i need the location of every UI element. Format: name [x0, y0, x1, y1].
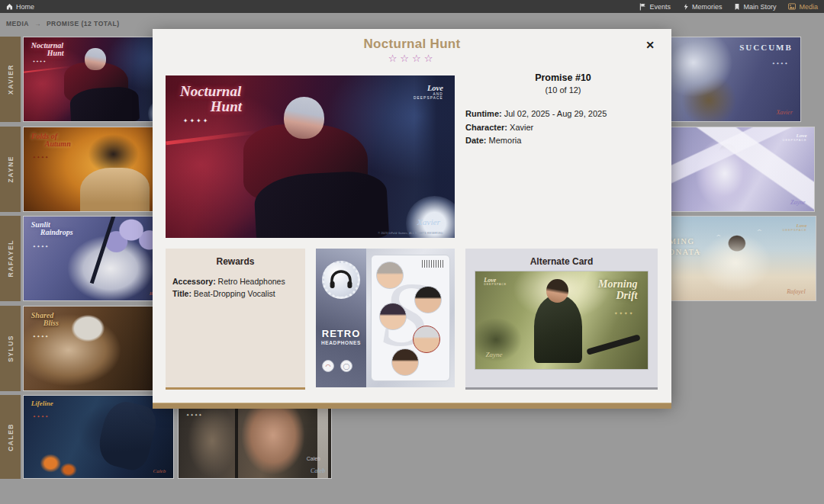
- card-signature: Xavier: [417, 217, 440, 226]
- modal-title: Nocturnal Hunt: [153, 37, 671, 52]
- nav-main-story[interactable]: Main Story: [734, 3, 776, 11]
- portrait-caleb: [391, 348, 419, 376]
- figure-body: [80, 168, 149, 211]
- card-thumb-sonata[interactable]: ︿ ︿ ︿ HOMECOMING SONATA LoveDEEPSPACE Ra…: [670, 216, 816, 301]
- card-title: Folds ofAutumn: [31, 133, 71, 149]
- row-label-caleb: CALEB: [0, 395, 21, 479]
- card-thumb-folds-of-autumn[interactable]: Folds ofAutumn ✦✦✦✦: [23, 127, 174, 212]
- modal-rating-stars[interactable]: ☆☆☆☆: [153, 53, 671, 64]
- card-signature: Caleb: [311, 467, 325, 474]
- alternate-card-image[interactable]: MorningDrift ✦✦✦✦ LoveDEEPSPACE Zayne: [475, 271, 649, 370]
- card-title: SharedBliss: [31, 312, 59, 328]
- nav-events[interactable]: Events: [639, 3, 671, 11]
- reward-accessory: AccessoryRetro Headphones: [172, 276, 298, 288]
- portrait-zayne: [414, 286, 442, 313]
- breadcrumb-arrow-icon: →: [34, 20, 41, 27]
- mini-badge-red-headphones: ◠: [322, 360, 334, 372]
- card-stars: ✦✦✦✦: [33, 334, 50, 339]
- flag-icon: [639, 3, 646, 11]
- alternate-card-heading: Alternate Card: [465, 249, 658, 267]
- card-detail-modal: Nocturnal Hunt ☆☆☆☆ ✕ NocturnalHunt ✦✦✦✦…: [153, 29, 671, 403]
- portrait-rafayel: [379, 303, 407, 330]
- card-thumb-caleb-1[interactable]: Lifeline ✦✦✦✦ Caleb: [23, 395, 174, 479]
- card-art-nocturnal-hunt: NocturnalHunt ✦✦✦✦: [24, 37, 173, 121]
- detail-runtime: RuntimeJul 02, 2025 - Aug 29, 2025: [465, 108, 661, 121]
- top-nav-bar: Home Events Memories Main Story Media: [0, 0, 824, 13]
- promo-panel: S: [371, 255, 450, 381]
- rewards-list: AccessoryRetro Headphones TitleBeat-Drop…: [166, 267, 305, 300]
- card-stars: ✦✦✦✦: [33, 155, 50, 159]
- bicycle-handlebar-decor: [586, 334, 641, 355]
- card-caption: Caleb: [307, 456, 320, 461]
- card-signature: Xavier: [776, 109, 792, 116]
- card-art-folds-of-autumn: Folds ofAutumn ✦✦✦✦: [24, 127, 173, 211]
- rewards-panel: Rewards AccessoryRetro Headphones TitleB…: [166, 249, 305, 390]
- modal-card-image: NocturnalHunt ✦✦✦✦ Love AND DEEPSPACE Xa…: [166, 75, 455, 238]
- card-stars: ✦✦✦✦: [33, 59, 47, 63]
- brand-logo: LoveDEEPSPACE: [783, 223, 807, 233]
- promise-count: (10 of 12): [465, 85, 661, 95]
- row-label-zayne: ZAYNE: [0, 127, 21, 212]
- barcode-decor: [422, 260, 445, 268]
- breadcrumb-current: PROMISE (12 TOTAL): [47, 20, 120, 27]
- alternate-card-panel: Alternate Card MorningDrift ✦✦✦✦ LoveDEE…: [465, 249, 658, 390]
- nav-media[interactable]: Media: [788, 3, 818, 11]
- nav-main-story-label: Main Story: [743, 3, 776, 11]
- bird-decor: ︿: [758, 226, 762, 233]
- card-title: SUCCUMB: [739, 43, 792, 53]
- headphones-badge: [322, 261, 360, 299]
- headphones-icon: [328, 269, 354, 291]
- detail-character: CharacterXavier: [465, 121, 661, 135]
- bookmark-icon: [734, 3, 740, 11]
- row-label-sylus: SYLUS: [0, 306, 21, 391]
- brand-logo: Love AND DEEPSPACE: [414, 84, 443, 101]
- home-label: Home: [16, 3, 34, 11]
- figure-head: [546, 279, 568, 303]
- nav-memories[interactable]: Memories: [683, 3, 723, 11]
- card-signature: Rafayel: [787, 288, 805, 295]
- promo-text-headphones: HEADPHONES: [316, 340, 366, 345]
- breadcrumb-root[interactable]: MEDIA: [6, 20, 29, 27]
- image-icon: [788, 3, 796, 10]
- card-signature: Zayne: [486, 351, 503, 358]
- card-stars: ✦✦✦✦: [183, 117, 210, 124]
- card-title: SunlitRaindrops: [31, 221, 73, 237]
- breadcrumb: MEDIA → PROMISE (12 TOTAL): [6, 20, 119, 27]
- card-thumb-zayne-right[interactable]: LoveDEEPSPACE Zayne: [670, 127, 815, 212]
- card-copyright: © 2023 InFold Games, ALL RIGHTS RESERVED: [378, 232, 443, 235]
- card-thumb-nocturnal-hunt[interactable]: NocturnalHunt ✦✦✦✦: [23, 37, 174, 122]
- close-icon[interactable]: ✕: [642, 38, 658, 52]
- portrait-sylus: [413, 326, 440, 353]
- card-art-sonata: ︿ ︿ ︿ HOMECOMING SONATA LoveDEEPSPACE Ra…: [670, 217, 816, 300]
- brand-logo: LoveDEEPSPACE: [783, 133, 807, 143]
- card-thumb-sunlit-raindrops[interactable]: SunlitRaindrops ✦✦✦✦ Rafayel: [23, 216, 174, 301]
- brand-logo: LoveDEEPSPACE: [484, 278, 507, 287]
- card-stars: ✦✦✦✦: [772, 61, 789, 66]
- detail-date: DateMemoria: [465, 134, 661, 148]
- bolt-icon: [683, 3, 689, 11]
- card-stars: ✦✦✦✦: [33, 244, 50, 249]
- card-thumb-succumb[interactable]: SUCCUMB ✦✦✦✦ Xavier: [670, 37, 801, 122]
- card-art-sunlit-raindrops: SunlitRaindrops ✦✦✦✦ Rafayel: [24, 217, 173, 300]
- figure-head: [85, 48, 105, 70]
- card-title: NocturnalHunt: [180, 84, 242, 114]
- card-art-shared-bliss: SharedBliss ✦✦✦✦: [24, 307, 173, 390]
- figure-body: [94, 397, 159, 474]
- home-link[interactable]: Home: [6, 3, 34, 11]
- card-stars: ✦✦✦✦: [614, 310, 634, 316]
- nav-events-label: Events: [649, 3, 671, 11]
- modal-bottom-accent-bar: [153, 403, 671, 409]
- row-label-xavier: XAVIER: [0, 37, 21, 122]
- nav-media-label: Media: [799, 3, 818, 11]
- card-art-succumb: SUCCUMB ✦✦✦✦ Xavier: [670, 37, 800, 121]
- card-art-zayne-right: LoveDEEPSPACE Zayne: [670, 127, 814, 211]
- promo-banner: RETRO HEADPHONES ◠ ◯: [316, 249, 366, 387]
- card-title-line2: SONATA: [670, 248, 701, 256]
- card-signature: Caleb: [153, 468, 166, 474]
- figure-head: [284, 97, 324, 139]
- card-signature: Zayne: [790, 199, 806, 206]
- home-icon: [6, 3, 13, 10]
- card-title: MorningDrift: [598, 279, 637, 301]
- reward-title: TitleBeat-Dropping Vocalist: [172, 288, 298, 300]
- card-thumb-shared-bliss[interactable]: SharedBliss ✦✦✦✦: [23, 306, 174, 391]
